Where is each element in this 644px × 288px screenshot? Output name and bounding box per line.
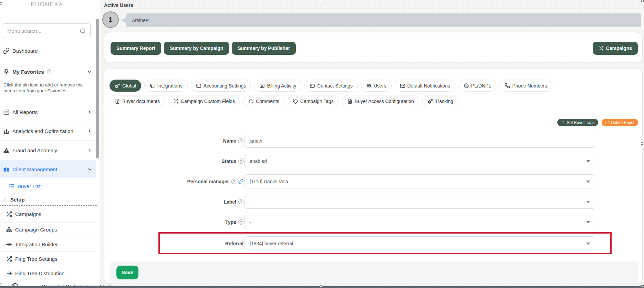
- selection-handle[interactable]: [320, 285, 322, 288]
- summary-button-summary-report[interactable]: Summary Report: [111, 42, 161, 55]
- active-users-label: Active Users: [104, 2, 133, 8]
- tabs-row-1: GlobalIntegrationsAccounting SettingsBil…: [110, 80, 552, 92]
- dropdown-caret-icon: [586, 201, 590, 203]
- tab-phone-numbers[interactable]: Phone Numbers: [499, 80, 552, 92]
- tab-users[interactable]: Users: [361, 80, 392, 92]
- status-select[interactable]: enabled: [244, 154, 595, 168]
- name-input[interactable]: jsmith: [244, 134, 595, 148]
- field-label: Personal manager: [104, 174, 243, 188]
- tab-tracking[interactable]: Tracking: [422, 95, 458, 107]
- sidebar-item-client-management[interactable]: Client Management: [0, 160, 96, 178]
- chevron-down-icon[interactable]: [87, 167, 92, 172]
- briefcase-icon: [3, 166, 10, 173]
- tab-buyer-documents[interactable]: Buyer documents: [110, 95, 165, 107]
- chevron-right-icon: [1, 196, 8, 203]
- list-icon: [8, 183, 15, 189]
- chevron-down-icon[interactable]: [87, 69, 92, 74]
- tab-buyer-access-configuration[interactable]: Buyer Access Configuration: [342, 95, 419, 107]
- campaigns-button[interactable]: Campaigns: [593, 42, 638, 55]
- sidebar-item-ping-tree-settings[interactable]: Ping Tree Settings: [0, 251, 96, 266]
- delete-buyer-button[interactable]: Delete Buyer: [602, 119, 638, 126]
- help-icon[interactable]: [47, 69, 52, 74]
- shuffle-icon: [6, 211, 12, 217]
- users-icon: [366, 83, 372, 89]
- active-user-chip[interactable]: ArsineP: [126, 13, 641, 27]
- pin-icon: [3, 69, 10, 75]
- personal-manager-select[interactable]: [1110] Daniel Vela: [244, 174, 595, 188]
- tab-pl-dnpl[interactable]: PL/DNPL: [458, 80, 496, 92]
- sidebar-scrollbar[interactable]: [96, 19, 99, 158]
- form-row-name: Namejsmith: [104, 134, 642, 148]
- chevron-left-icon[interactable]: [87, 148, 92, 153]
- shuffle-icon: [173, 99, 179, 104]
- set-buyer-tags-button[interactable]: Set Buyer Tags: [557, 119, 598, 126]
- help-icon[interactable]: [238, 219, 243, 225]
- help-icon[interactable]: [238, 158, 243, 164]
- sidebar-section-setup[interactable]: Setup: [0, 194, 97, 206]
- sidebar-item-dashboard[interactable]: Dashboard: [0, 39, 96, 63]
- menu-search-input[interactable]: [3, 28, 79, 34]
- sidebar-item-analytics[interactable]: Analytics and Optimization: [0, 122, 96, 140]
- buyer-settings-card: GlobalIntegrationsAccounting SettingsBil…: [104, 69, 643, 284]
- menu-search[interactable]: [3, 23, 91, 38]
- help-icon[interactable]: [238, 199, 243, 204]
- tab-integrations[interactable]: Integrations: [144, 80, 187, 92]
- copy-icon: [149, 83, 155, 89]
- field-label: Status: [104, 154, 243, 168]
- sidebar-item-campaign-groups[interactable]: Campaign Groups: [0, 222, 96, 237]
- summary-button-summary-by-campaign[interactable]: Summary by Campaign: [164, 42, 229, 55]
- selection-handle[interactable]: [641, 285, 644, 288]
- envelope-icon: [400, 83, 405, 89]
- link-icon: [605, 121, 609, 124]
- shuffle-icon: [599, 46, 604, 51]
- tab-campaign-tags[interactable]: Campaign Tags: [288, 95, 339, 107]
- search-icon: [79, 28, 86, 34]
- selection-handle[interactable]: [0, 143, 2, 145]
- rocket-icon: [6, 241, 13, 248]
- tab-default-notifications[interactable]: Default Notifications: [395, 80, 456, 92]
- sidebar-item-all-reports[interactable]: All Reports: [0, 103, 96, 122]
- chevron-left-icon[interactable]: [87, 128, 92, 134]
- sidebar-item-integration-builder[interactable]: Integration Builder: [0, 237, 96, 251]
- chevron-left-icon[interactable]: [87, 110, 92, 115]
- form-row-personal-manager: Personal manager[1110] Daniel Vela: [104, 174, 642, 188]
- tab-comments[interactable]: Comments: [243, 95, 284, 107]
- gears-icon: [427, 99, 433, 104]
- tabs-row-2: Buyer documentsCampaign Custom FieldsCom…: [110, 95, 458, 107]
- type-select[interactable]: -: [244, 215, 595, 229]
- sidebar-item-my-favorites[interactable]: My Favorites: [0, 63, 96, 81]
- sidebar-item-ping-tree-distribution[interactable]: Ping Tree Distribution: [0, 266, 96, 281]
- help-icon[interactable]: [238, 138, 243, 143]
- form-row-status: Statusenabled: [104, 154, 642, 168]
- comment-icon: [248, 99, 254, 104]
- tab-accounting-settings[interactable]: Accounting Settings: [191, 80, 251, 92]
- sidebar-item-buyer-list[interactable]: Buyer List: [0, 178, 96, 194]
- help-icon[interactable]: [231, 179, 236, 184]
- link-icon[interactable]: [238, 179, 243, 184]
- warning-triangle-icon: [3, 147, 10, 154]
- selection-handle[interactable]: [641, 142, 643, 145]
- selection-handle[interactable]: [0, 284, 2, 286]
- bar-chart-icon: [3, 128, 10, 134]
- dropdown-caret-icon: [586, 160, 590, 163]
- tab-campaign-custom-fields[interactable]: Campaign Custom Fields: [168, 95, 240, 107]
- selection-handle[interactable]: [320, 0, 322, 2]
- summary-button-summary-by-publisher[interactable]: Summary by Publisher: [232, 42, 296, 55]
- sidebar-item-fraud[interactable]: Fraud and Anomaly: [0, 140, 96, 160]
- save-button[interactable]: Save: [116, 266, 138, 279]
- shuffle-icon: [6, 256, 12, 262]
- sidebar-item-campaigns[interactable]: Campaigns: [0, 206, 96, 222]
- selection-handle[interactable]: [641, 0, 644, 2]
- link-icon: [3, 48, 10, 54]
- buyer-actions: Set Buyer Tags Delete Buyer: [557, 119, 638, 126]
- label-select[interactable]: -: [244, 195, 595, 209]
- tab-contact-settings[interactable]: Contact Settings: [304, 80, 358, 92]
- tab-billing-activity[interactable]: Billing Activity: [254, 80, 301, 92]
- card-icon: [310, 83, 315, 89]
- form-row-type: Type-: [104, 215, 642, 229]
- summary-toolbar-card: Summary ReportSummary by CampaignSummary…: [104, 32, 643, 62]
- hash-icon: [561, 121, 564, 124]
- field-label: Name: [104, 134, 243, 148]
- tab-global[interactable]: Global: [110, 80, 141, 92]
- selection-handle[interactable]: [0, 2, 2, 5]
